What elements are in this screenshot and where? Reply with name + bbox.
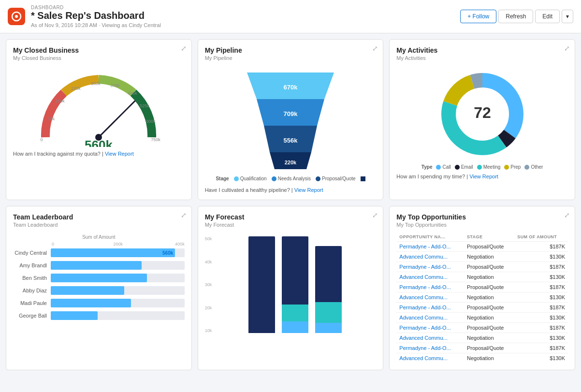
pipeline-view-report[interactable]: View Report xyxy=(294,187,323,193)
activities-subtitle: My Activities xyxy=(396,55,568,61)
opp-amount: $187K xyxy=(514,242,568,252)
pipeline-card: My Pipeline My Pipeline ⤢ 670k 709k 556k… xyxy=(198,39,384,200)
opp-amount: $130K xyxy=(514,292,568,303)
svg-text:450k: 450k xyxy=(128,91,138,96)
closed-business-expand-icon[interactable]: ⤢ xyxy=(181,44,187,52)
activities-title: My Activities xyxy=(396,46,568,54)
axis-label: Sum of Amount xyxy=(13,234,185,240)
more-button[interactable]: ▾ xyxy=(562,10,573,23)
svg-text:75k: 75k xyxy=(48,116,55,121)
opp-amount: $187K xyxy=(514,282,568,292)
table-row: Permadyne - Add-O... Proposal/Quote $187… xyxy=(396,242,568,252)
opp-name[interactable]: Permadyne - Add-O... xyxy=(396,242,464,252)
opportunities-table: OPPORTUNITY NA... STAGE SUM OF AMOUNT Pe… xyxy=(396,232,568,363)
col-amount: SUM OF AMOUNT xyxy=(514,232,568,242)
opp-name[interactable]: Permadyne - Add-O... xyxy=(396,303,464,313)
opp-name[interactable]: Advanced Commu... xyxy=(396,272,464,282)
forecast-bar-group-3 xyxy=(315,246,342,333)
closed-business-subtitle: My Closed Business xyxy=(13,55,185,61)
opp-name[interactable]: Permadyne - Add-O... xyxy=(396,282,464,292)
opp-stage: Proposal/Quote xyxy=(464,262,514,272)
forecast-bar-group-2 xyxy=(282,236,308,333)
opp-stage: Negotiation xyxy=(464,272,514,282)
col-stage: STAGE xyxy=(464,232,514,242)
opp-stage: Negotiation xyxy=(464,313,514,323)
pipeline-expand-icon[interactable]: ⤢ xyxy=(372,44,378,52)
top-opportunities-expand-icon[interactable]: ⤢ xyxy=(564,211,570,219)
opp-name[interactable]: Advanced Commu... xyxy=(396,313,464,323)
legend-prep: Prep xyxy=(504,164,521,170)
opp-name[interactable]: Advanced Commu... xyxy=(396,353,464,363)
opp-stage: Negotiation xyxy=(464,333,514,343)
table-row: Permadyne - Add-O... Proposal/Quote $187… xyxy=(396,262,568,272)
table-row: Abby Diaz xyxy=(13,286,185,295)
opp-stage: Proposal/Quote xyxy=(464,303,514,313)
opp-amount: $130K xyxy=(514,313,568,323)
svg-text:150k: 150k xyxy=(56,99,65,103)
edit-button[interactable]: Edit xyxy=(535,10,560,23)
svg-text:72: 72 xyxy=(474,104,491,121)
forecast-bar-3 xyxy=(315,246,342,333)
activities-legend: Type Call Email Meeting Prep xyxy=(421,164,543,170)
opp-amount: $130K xyxy=(514,333,568,343)
opp-stage: Proposal/Quote xyxy=(464,282,514,292)
top-opportunities-title: My Top Opportunities xyxy=(396,213,568,221)
leaderboard-chart: Sum of Amount 0 200k 400k Cindy Central … xyxy=(13,232,185,326)
opp-name[interactable]: Advanced Commu... xyxy=(396,252,464,262)
table-row: Permadyne - Add-O... Proposal/Quote $187… xyxy=(396,343,568,353)
opp-stage: Negotiation xyxy=(464,252,514,262)
col-opportunity-name: OPPORTUNITY NA... xyxy=(396,232,464,242)
opp-name[interactable]: Permadyne - Add-O... xyxy=(396,262,464,272)
gauge-container: 0 75k 150k 225k 300k 375k 450k 525k 600k… xyxy=(13,66,185,147)
opp-name[interactable]: Advanced Commu... xyxy=(396,333,464,343)
svg-text:560k: 560k xyxy=(85,138,113,147)
activities-view-report[interactable]: View Report xyxy=(469,174,498,179)
forecast-expand-icon[interactable]: ⤢ xyxy=(372,211,378,219)
forecast-title: My Forecast xyxy=(205,213,377,221)
stage-label: Stage xyxy=(216,176,229,181)
page-title: * Sales Rep's Dashboard xyxy=(31,10,161,21)
legend-other-stage xyxy=(361,176,365,181)
svg-text:0: 0 xyxy=(41,137,43,142)
forecast-bars xyxy=(214,236,376,333)
table-row: Permadyne - Add-O... Proposal/Quote $187… xyxy=(396,282,568,292)
legend-other-activity: Other xyxy=(524,164,543,170)
header-subtitle: As of Nov 9, 2016 10:28 AM · Viewing as … xyxy=(31,22,161,28)
forecast-bar-group-1 xyxy=(248,236,275,333)
table-row: Advanced Commu... Negotiation $130K xyxy=(396,292,568,303)
pipeline-title: My Pipeline xyxy=(205,46,377,54)
opp-name[interactable]: Permadyne - Add-O... xyxy=(396,343,464,353)
leaderboard-subtitle: Team Leaderboard xyxy=(13,222,185,228)
legend-qualification: Qualification xyxy=(234,176,267,181)
follow-button[interactable]: + Follow xyxy=(460,10,496,23)
opp-amount: $187K xyxy=(514,323,568,333)
header-title-block: DASHBOARD * Sales Rep's Dashboard As of … xyxy=(31,5,161,28)
funnel-legend: Stage Qualification Needs Analysis Propo… xyxy=(216,176,365,181)
top-opportunities-card: My Top Opportunities My Top Opportunitie… xyxy=(389,206,575,370)
app-logo xyxy=(8,8,25,25)
forecast-bar-1 xyxy=(248,236,275,333)
opp-amount: $130K xyxy=(514,353,568,363)
closed-business-view-report[interactable]: View Report xyxy=(105,151,134,157)
closed-business-title: My Closed Business xyxy=(13,46,185,54)
refresh-button[interactable]: Refresh xyxy=(498,10,533,23)
opp-amount: $130K xyxy=(514,252,568,262)
forecast-y-axis: 50k 40k 30k 20k 10k xyxy=(205,236,214,333)
opp-stage: Negotiation xyxy=(464,292,514,303)
leaderboard-expand-icon[interactable]: ⤢ xyxy=(181,211,187,219)
table-row: Permadyne - Add-O... Proposal/Quote $187… xyxy=(396,303,568,313)
opp-name[interactable]: Permadyne - Add-O... xyxy=(396,323,464,333)
top-opportunities-subtitle: My Top Opportunities xyxy=(396,222,568,228)
pipeline-subtitle: My Pipeline xyxy=(205,55,377,61)
funnel-chart: 670k 709k 556k 220k xyxy=(232,68,349,174)
legend-meeting: Meeting xyxy=(477,164,501,170)
table-header-row: OPPORTUNITY NA... STAGE SUM OF AMOUNT xyxy=(396,232,568,242)
legend-call: Call xyxy=(436,164,450,170)
pipeline-footer: Have I cultivated a healthy pipeline? | … xyxy=(205,187,377,193)
table-row: Advanced Commu... Negotiation $130K xyxy=(396,313,568,323)
activities-expand-icon[interactable]: ⤢ xyxy=(564,44,570,52)
opp-name[interactable]: Advanced Commu... xyxy=(396,292,464,303)
table-row: Advanced Commu... Negotiation $130K xyxy=(396,333,568,343)
donut-container: 72 Type Call Email Meeting Prep xyxy=(396,66,568,170)
header: DASHBOARD * Sales Rep's Dashboard As of … xyxy=(0,0,581,33)
